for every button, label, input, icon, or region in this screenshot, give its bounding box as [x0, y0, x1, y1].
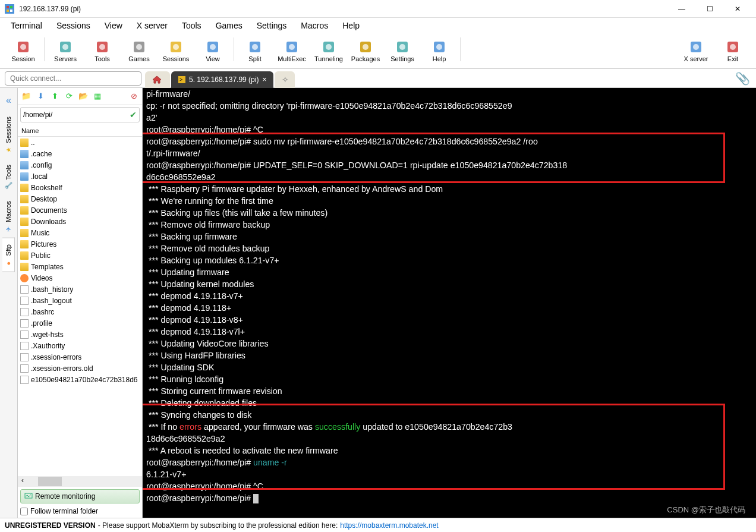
- terminal-line: *** If no errors appeared, your firmware…: [146, 421, 752, 433]
- sftp-folder-icon[interactable]: 📁: [20, 90, 32, 102]
- quick-connect-input[interactable]: [5, 71, 141, 86]
- sftp-refresh-icon[interactable]: ⟳: [63, 90, 75, 102]
- toolbar-tools[interactable]: Tools: [84, 37, 121, 65]
- toolbar-x-server[interactable]: X server: [678, 37, 714, 65]
- minimize-button[interactable]: —: [668, 0, 695, 18]
- app-icon: [5, 4, 14, 14]
- sftp-item[interactable]: .cache: [18, 148, 142, 159]
- toolbar-help[interactable]: Help: [421, 37, 458, 65]
- tab-home[interactable]: [145, 71, 170, 88]
- menu-x-server[interactable]: X server: [131, 19, 174, 32]
- sftp-item[interactable]: Desktop: [18, 193, 142, 204]
- sftp-item[interactable]: .local: [18, 171, 142, 182]
- sftp-column-header[interactable]: Name: [18, 125, 142, 137]
- menu-macros[interactable]: Macros: [295, 19, 334, 32]
- sftp-item[interactable]: .wget-hsts: [18, 329, 142, 340]
- maximize-button[interactable]: ☐: [696, 0, 723, 18]
- main-area: « ★Sessions🔧Tools✈Macros●Sftp 📁 ⬇ ⬆ ⟳ 📂 …: [0, 88, 756, 518]
- side-tab-sessions[interactable]: ★Sessions: [2, 111, 14, 159]
- tab-session-active[interactable]: > 5. 192.168.137.99 (pi) ×: [171, 71, 273, 88]
- sftp-item[interactable]: Documents: [18, 204, 142, 216]
- terminal-line: *** Updating kernel modules: [146, 278, 752, 290]
- toolbar-view[interactable]: View: [194, 37, 231, 65]
- toolbar-multiexec[interactable]: MultiExec: [273, 37, 310, 65]
- file-icon: [20, 376, 29, 384]
- status-link[interactable]: https://mobaxterm.mobatek.net: [340, 521, 438, 530]
- terminal-line: *** Using HardFP libraries: [146, 350, 752, 361]
- sftp-delete-icon[interactable]: ⊘: [128, 90, 140, 102]
- side-tab-sftp[interactable]: ●Sftp: [2, 238, 15, 272]
- sftp-item[interactable]: Downloads: [18, 216, 142, 227]
- follow-terminal-label: Follow terminal folder: [30, 507, 98, 515]
- sftp-item[interactable]: .xsession-errors.old: [18, 363, 142, 374]
- toolbar-split[interactable]: Split: [237, 37, 273, 65]
- toolbar-exit[interactable]: Exit: [714, 37, 751, 65]
- close-button[interactable]: ✕: [724, 0, 751, 18]
- svg-point-12: [136, 44, 142, 50]
- file-icon: [20, 353, 29, 361]
- sftp-item[interactable]: e1050e94821a70b2e4c72b318d6: [18, 374, 142, 385]
- orange-icon: [20, 274, 29, 282]
- attachment-icon[interactable]: 📎: [733, 71, 751, 86]
- toolbar-packages[interactable]: Packages: [347, 37, 384, 65]
- tab-close-icon[interactable]: ×: [262, 75, 266, 84]
- toolbar-settings[interactable]: Settings: [384, 37, 421, 65]
- terminal-pane[interactable]: pi-firmware/cp: -r not specified; omitti…: [143, 88, 756, 518]
- sftp-item[interactable]: Bookshelf: [18, 182, 142, 193]
- sftp-item[interactable]: .bashrc: [18, 306, 142, 317]
- sftp-item[interactable]: .Xauthority: [18, 340, 142, 351]
- sftp-item[interactable]: Music: [18, 227, 142, 238]
- sftp-download-icon[interactable]: ⬇: [34, 90, 46, 102]
- terminal-line: *** Syncing changes to disk: [146, 409, 752, 421]
- file-icon: [20, 285, 29, 294]
- menu-terminal[interactable]: Terminal: [5, 19, 48, 32]
- folder-icon: [20, 195, 29, 203]
- sftp-item[interactable]: .bash_logout: [18, 295, 142, 306]
- toolbar-games[interactable]: Games: [121, 37, 158, 65]
- sftp-h-scrollbar[interactable]: ‹: [18, 476, 142, 487]
- file-icon: [20, 297, 29, 305]
- follow-terminal-checkbox[interactable]: [20, 508, 28, 515]
- sftp-item[interactable]: Public: [18, 250, 142, 261]
- sftp-item[interactable]: ..: [18, 137, 142, 148]
- collapse-sidebar-icon[interactable]: «: [4, 93, 14, 108]
- sftp-path-input[interactable]: [23, 111, 130, 119]
- terminal-line: *** We're running for the first time: [146, 195, 752, 207]
- terminal-line: root@raspberrypi:/home/pi# ^C: [146, 480, 752, 492]
- folder-icon: [20, 263, 29, 271]
- sftp-upload-icon[interactable]: ⬆: [49, 90, 61, 102]
- toolbar-session[interactable]: Session: [5, 37, 42, 65]
- svg-point-32: [730, 44, 736, 50]
- sftp-item[interactable]: Pictures: [18, 238, 142, 250]
- tools-icon: [95, 40, 109, 54]
- sftp-item[interactable]: Templates: [18, 261, 142, 272]
- sftp-item[interactable]: .profile: [18, 317, 142, 329]
- menu-games[interactable]: Games: [210, 19, 248, 32]
- sftp-item[interactable]: .bash_history: [18, 284, 142, 295]
- sftp-item[interactable]: .xsession-errors: [18, 351, 142, 363]
- sftp-newfolder-icon[interactable]: 📂: [77, 90, 89, 102]
- terminal-line: *** depmod 4.19.118-v8+: [146, 314, 752, 326]
- toolbar-sessions[interactable]: Sessions: [158, 37, 194, 65]
- svg-point-18: [252, 44, 258, 50]
- sftp-newfile-icon[interactable]: ▦: [92, 90, 103, 102]
- side-tab-tools[interactable]: 🔧Tools: [2, 159, 14, 196]
- sessions-icon: [169, 40, 183, 54]
- menu-settings[interactable]: Settings: [251, 19, 293, 32]
- side-tab-macros[interactable]: ✈Macros: [2, 195, 14, 238]
- follow-terminal-row[interactable]: Follow terminal folder: [20, 507, 140, 515]
- menu-help[interactable]: Help: [336, 19, 366, 32]
- side-tabs: « ★Sessions🔧Tools✈Macros●Sftp: [0, 88, 18, 518]
- scroll-left-icon[interactable]: ‹: [18, 476, 27, 487]
- menu-sessions[interactable]: Sessions: [51, 19, 96, 32]
- menu-view[interactable]: View: [99, 19, 128, 32]
- toolbar-tunneling[interactable]: Tunneling: [310, 37, 347, 65]
- sftp-item[interactable]: Videos: [18, 272, 142, 284]
- svg-point-28: [436, 44, 442, 50]
- toolbar-servers[interactable]: Servers: [47, 37, 84, 65]
- remote-monitoring-button[interactable]: Remote monitoring: [20, 489, 140, 503]
- tab-new[interactable]: ✧: [275, 71, 295, 88]
- terminal-line: *** depmod 4.19.118-v7+: [146, 290, 752, 302]
- sftp-item[interactable]: .config: [18, 159, 142, 171]
- menu-tools[interactable]: Tools: [176, 19, 207, 32]
